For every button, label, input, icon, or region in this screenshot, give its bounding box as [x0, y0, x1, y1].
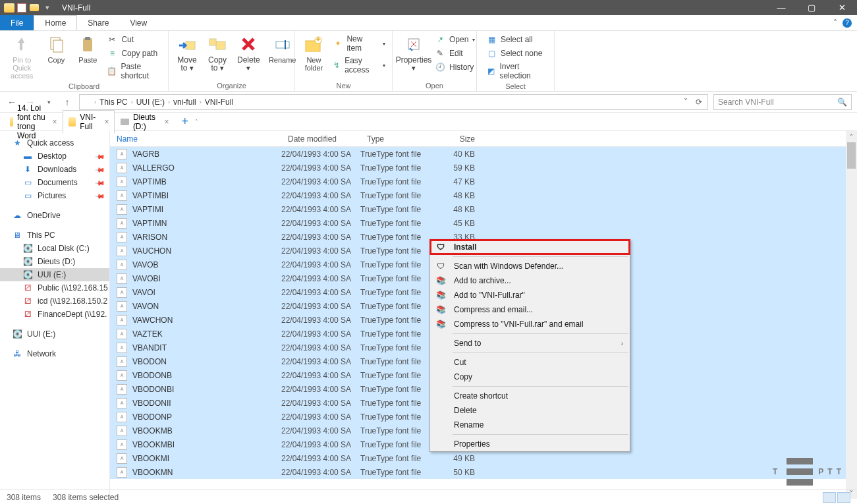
search-input[interactable]: Search VNI-Full 🔍 [713, 94, 852, 110]
file-row[interactable]: AVAPTIMI22/04/1993 4:00 SATrueType font … [110, 202, 857, 216]
nav-network[interactable]: 🖧Network [0, 347, 109, 360]
file-row[interactable]: AVAGRB22/04/1993 4:00 SATrueType font fi… [110, 147, 857, 161]
nav-documents[interactable]: ▭Documents📌 [0, 176, 109, 189]
ctx-add-archive[interactable]: 📚Add to archive... [430, 273, 630, 288]
edit-button: ✎Edit [432, 47, 478, 59]
nav-dieuts[interactable]: 💽Dieuts (D:) [0, 255, 109, 268]
drive-icon [121, 119, 128, 125]
file-row[interactable]: AVBOOKMI22/04/1993 4:00 SATrueType font … [110, 451, 857, 465]
nav-uui-2[interactable]: 💽UUI (E:) [0, 327, 109, 341]
nav-pictures[interactable]: ▭Pictures📌 [0, 189, 109, 202]
close-tab-icon[interactable]: × [164, 117, 169, 126]
ribbon-collapse-icon[interactable]: ˄ [833, 18, 837, 28]
tab-file[interactable]: File [0, 15, 34, 30]
properties-button[interactable]: Properties▾ [397, 32, 431, 73]
file-row[interactable]: AVALLERGO22/04/1993 4:00 SATrueType font… [110, 161, 857, 175]
ctx-compress-email[interactable]: 📚Compress and email... [430, 302, 630, 317]
file-name: VBODONP [132, 412, 281, 422]
address-dropdown-icon[interactable]: ˅ [680, 98, 692, 107]
nav-localdisk[interactable]: 💽Local Disk (C:) [0, 242, 109, 255]
nav-quickaccess[interactable]: ★Quick access [0, 136, 109, 150]
ctx-send-to[interactable]: Send to› [430, 336, 630, 350]
folder-tab[interactable]: Dieuts (D:) × [115, 110, 175, 134]
file-date: 22/04/1993 4:00 SA [281, 468, 360, 477]
ctx-delete[interactable]: Delete [430, 403, 630, 418]
ctx-copy[interactable]: Copy [430, 370, 630, 384]
file-row[interactable]: AVBOOKMN22/04/1993 4:00 SATrueType font … [110, 465, 857, 479]
open-button[interactable]: ⭷Open ▾ [432, 34, 478, 45]
col-size[interactable]: Size [438, 134, 484, 144]
add-tab-button[interactable]: + [175, 115, 195, 128]
easy-access-button[interactable]: ↯Easy access ▾ [330, 55, 388, 75]
nav-public[interactable]: ⚂Public (\\192.168.15 [0, 281, 109, 294]
nav-desktop[interactable]: ▬Desktop📌 [0, 150, 109, 163]
move-to-button[interactable]: Move to ▾ [173, 32, 202, 73]
new-item-button[interactable]: ✦New item ▾ [330, 34, 388, 53]
folder-tab[interactable]: VNI-Full × [63, 110, 115, 134]
nav-downloads[interactable]: ⬇Downloads📌 [0, 163, 109, 176]
close-tab-icon[interactable]: × [104, 117, 109, 126]
ctx-rename[interactable]: Rename [430, 418, 630, 432]
nav-onedrive[interactable]: ☁OneDrive [0, 209, 109, 222]
cut-button[interactable]: ✂Cut [104, 34, 164, 45]
help-icon[interactable]: ? [843, 18, 852, 28]
breadcrumb-item[interactable]: VNI-Full [203, 98, 235, 107]
invert-selection-button[interactable]: ◩Invert selection [484, 61, 550, 81]
file-name: VAPTIMBI [132, 191, 281, 200]
ctx-properties[interactable]: Properties [430, 437, 630, 451]
breadcrumb-item[interactable]: UUI (E:) [134, 98, 167, 107]
ctx-add-rar[interactable]: 📚Add to "VNI-Full.rar" [430, 288, 630, 302]
breadcrumb-item[interactable]: vni-full [171, 98, 198, 107]
select-none-button[interactable]: ▢Select none [484, 47, 550, 59]
new-folder-button[interactable]: ✦ New folder [299, 32, 329, 73]
ctx-compress-rar-email[interactable]: 📚Compress to "VNI-Full.rar" and email [430, 317, 630, 331]
file-type: TrueType font file [360, 343, 438, 352]
search-icon[interactable]: 🔍 [837, 98, 847, 107]
ctx-create-shortcut[interactable]: Create shortcut [430, 389, 630, 403]
tab-view[interactable]: View [119, 15, 157, 30]
col-date[interactable]: Date modified [281, 134, 360, 144]
ctx-install[interactable]: 🛡Install [430, 240, 630, 254]
file-name: VAVOI [132, 288, 281, 297]
col-name[interactable]: Name [110, 134, 281, 144]
tab-home[interactable]: Home [34, 15, 77, 30]
file-date: 22/04/1993 4:00 SA [281, 454, 360, 463]
tab-share[interactable]: Share [77, 15, 119, 30]
scroll-thumb[interactable] [847, 142, 856, 169]
ctx-cut[interactable]: Cut [430, 355, 630, 370]
qat-properties-icon[interactable] [17, 3, 26, 13]
scroll-up-icon[interactable]: ˄ [846, 131, 857, 142]
ctx-scan-defender[interactable]: 🛡Scan with Windows Defender... [430, 259, 630, 273]
address-bar[interactable]: › This PC› UUI (E:)› vni-full› VNI-Full … [79, 94, 708, 110]
nav-thispc[interactable]: 🖥This PC [0, 229, 109, 242]
copy-to-button[interactable]: Copy to ▾ [203, 32, 232, 73]
qat-newfolder-icon[interactable] [29, 3, 40, 13]
close-button[interactable]: ✕ [827, 0, 857, 15]
col-type[interactable]: Type [360, 134, 438, 144]
details-view-button[interactable] [823, 492, 836, 503]
copy-path-button[interactable]: ≡Copy path [104, 47, 164, 59]
nav-icd[interactable]: ⚂icd (\\192.168.150.2 [0, 294, 109, 308]
file-row[interactable]: AVAPTIMB22/04/1993 4:00 SATrueType font … [110, 175, 857, 188]
nav-finance[interactable]: ⚂FinanceDept (\\192. [0, 308, 109, 321]
delete-button[interactable]: Delete▾ [233, 32, 264, 73]
svg-rect-7 [276, 42, 289, 48]
copy-button[interactable]: Copy [41, 32, 71, 65]
minimize-button[interactable]: ― [766, 0, 796, 15]
maximize-button[interactable]: ▢ [796, 0, 827, 15]
nav-uui[interactable]: 💽UUI (E:) [0, 268, 109, 281]
refresh-icon[interactable]: ⟳ [693, 98, 705, 107]
ribbon-tabs: File Home Share View ˄ ? [0, 15, 857, 31]
file-date: 22/04/1993 4:00 SA [281, 205, 360, 214]
breadcrumb-item[interactable]: This PC [97, 98, 130, 107]
file-row[interactable]: AVAPTIMN22/04/1993 4:00 SATrueType font … [110, 216, 857, 230]
rename-button[interactable]: Rename [265, 32, 300, 65]
vertical-scrollbar[interactable]: ˄ ˅ [846, 131, 857, 499]
qat-dropdown-icon[interactable]: ▾ [42, 3, 53, 13]
paste-button[interactable]: Paste [72, 32, 103, 65]
file-row[interactable]: AVAPTIMBI22/04/1993 4:00 SATrueType font… [110, 188, 857, 202]
close-tab-icon[interactable]: × [52, 117, 57, 126]
thumbnails-view-button[interactable] [837, 492, 850, 503]
select-all-button[interactable]: ▦Select all [484, 34, 550, 45]
tab-sort-icon[interactable]: ˄ [195, 119, 857, 125]
